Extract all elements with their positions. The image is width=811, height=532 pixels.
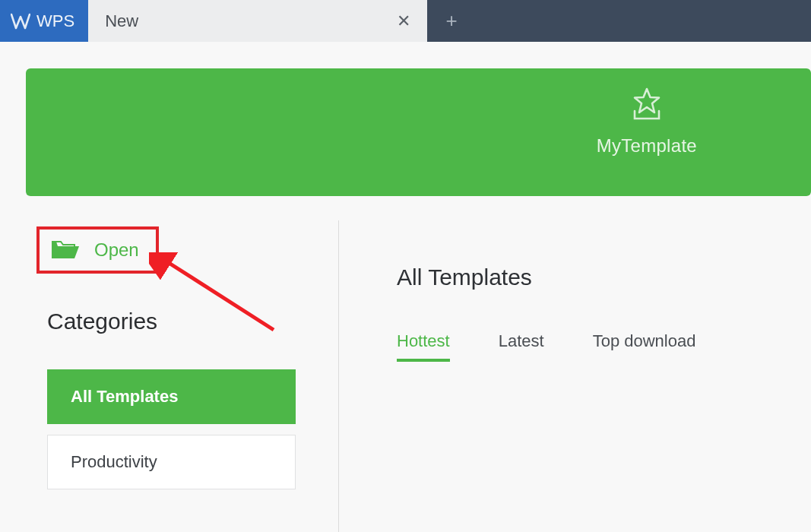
wps-logo-icon xyxy=(11,11,30,31)
tab-label: New xyxy=(105,11,138,31)
page-title: All Templates xyxy=(397,264,811,290)
close-icon[interactable]: ✕ xyxy=(397,11,410,31)
tab-label: Top download xyxy=(593,331,696,350)
tab-top-download[interactable]: Top download xyxy=(593,331,696,362)
tab-hottest[interactable]: Hottest xyxy=(397,331,450,362)
tab-new[interactable]: New ✕ xyxy=(88,0,427,42)
titlebar: WPS New ✕ + xyxy=(0,0,811,42)
folder-open-icon xyxy=(50,237,81,263)
category-list: All Templates Productivity xyxy=(36,369,338,489)
my-template-button[interactable]: MyTemplate xyxy=(597,87,697,157)
app-brand-text: WPS xyxy=(36,11,74,31)
categories-heading: Categories xyxy=(47,309,338,334)
new-tab-button[interactable]: + xyxy=(427,0,476,42)
app-brand[interactable]: WPS xyxy=(0,0,88,42)
category-label: All Templates xyxy=(71,387,178,407)
category-item-productivity[interactable]: Productivity xyxy=(47,435,296,489)
star-icon xyxy=(629,111,665,124)
content: Open Categories All Templates Productivi… xyxy=(0,226,811,532)
tab-latest[interactable]: Latest xyxy=(499,331,544,362)
tab-label: Hottest xyxy=(397,331,450,350)
main-panel: All Templates Hottest Latest Top downloa… xyxy=(339,226,811,532)
plus-icon: + xyxy=(446,9,458,33)
sidebar: Open Categories All Templates Productivi… xyxy=(0,226,338,532)
category-label: Productivity xyxy=(71,452,157,472)
my-template-label: MyTemplate xyxy=(597,135,697,157)
filter-tabs: Hottest Latest Top download xyxy=(397,331,811,362)
tab-label: Latest xyxy=(499,331,544,350)
template-banner: MyTemplate xyxy=(26,68,811,196)
open-button[interactable]: Open xyxy=(36,226,159,274)
open-label: Open xyxy=(94,239,139,261)
category-item-all-templates[interactable]: All Templates xyxy=(47,369,296,424)
